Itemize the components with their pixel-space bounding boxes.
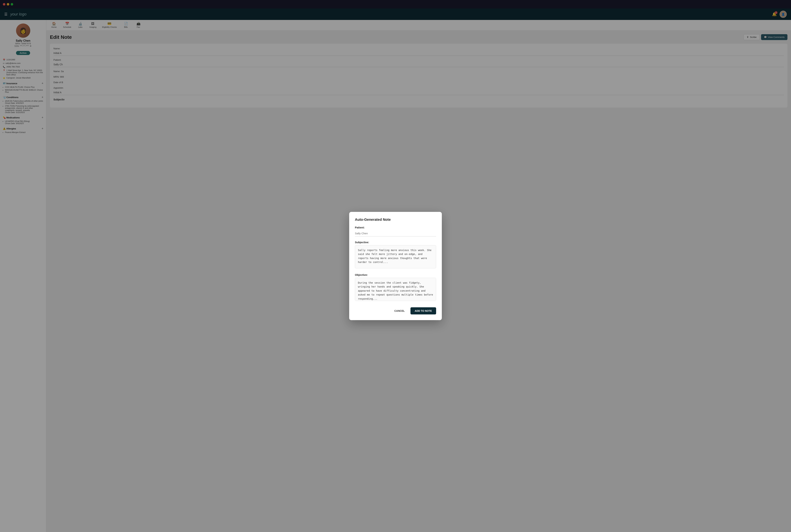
modal-subjective-label: Subjective: (355, 241, 436, 244)
auto-generated-note-modal: Auto-Generated Note Patient: Subjective:… (349, 212, 442, 320)
modal-objective-label: Objective: (355, 273, 436, 276)
modal-patient-input[interactable] (355, 230, 436, 236)
modal-footer: CANCEL ADD TO NOTE (355, 306, 436, 315)
modal-patient-label: Patient: (355, 226, 436, 229)
add-to-note-button[interactable]: ADD TO NOTE (410, 307, 436, 315)
cancel-button[interactable]: CANCEL (391, 308, 407, 314)
modal-subjective-textarea[interactable]: Sally reports feeling more anxious this … (355, 245, 436, 268)
modal-overlay[interactable]: Auto-Generated Note Patient: Subjective:… (0, 0, 791, 532)
modal-title: Auto-Generated Note (355, 217, 436, 222)
modal-objective-textarea[interactable]: During the session the client was fidget… (355, 278, 436, 301)
